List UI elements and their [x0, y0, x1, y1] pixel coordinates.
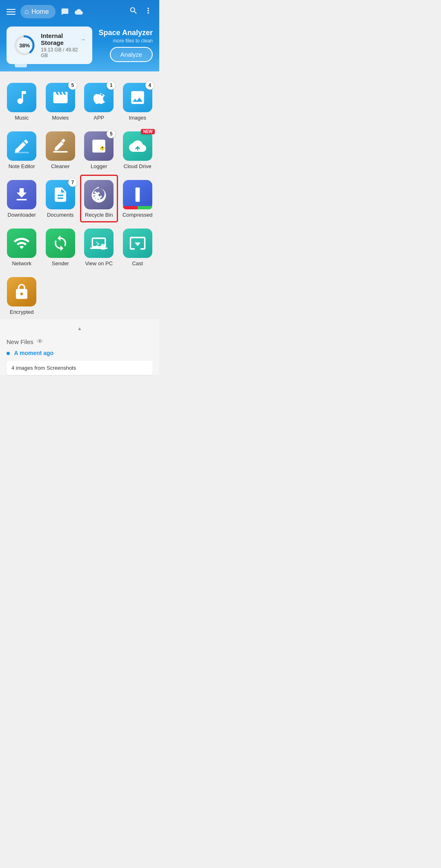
grid-item-images[interactable]: 4Images — [119, 78, 156, 125]
recycle-icon — [90, 186, 107, 203]
note-icon-wrap — [7, 131, 36, 161]
app-grid-container: Music5Movies1APP4ImagesNote EditorCleane… — [0, 71, 159, 319]
recycle-label: Recycle Bin — [85, 212, 113, 218]
compressed-icon — [129, 186, 146, 203]
documents-label: Documents — [47, 212, 74, 218]
encrypted-icon-wrap — [7, 277, 36, 306]
logger-icon-wrap: 5 — [84, 131, 114, 161]
cloud-nav-icon — [74, 8, 84, 16]
svg-rect-2 — [93, 140, 106, 153]
grid-item-note[interactable]: Note Editor — [3, 127, 40, 173]
new-files-header: New Files 👁 — [0, 335, 159, 348]
sender-icon-wrap — [46, 229, 75, 258]
home-label: Home — [31, 8, 49, 16]
analyze-button[interactable]: Analyze — [110, 47, 153, 62]
timeline-dot — [7, 352, 10, 355]
cleaner-label: Cleaner — [51, 163, 70, 169]
more-options-button[interactable] — [144, 6, 153, 18]
grid-item-movies[interactable]: 5Movies — [42, 78, 79, 125]
movies-badge: 5 — [68, 81, 77, 90]
images-icon-wrap: 4 — [123, 83, 152, 112]
analyzer-section: Space Analyzer more files to clean Analy… — [99, 29, 153, 62]
top-bar: ⌂ Home — [0, 0, 159, 22]
viewpc-icon-wrap — [84, 229, 114, 258]
analyzer-subtitle: more files to clean — [113, 38, 153, 44]
timeline-label: A moment ago — [14, 350, 53, 356]
storage-chart: 38% — [13, 34, 36, 57]
viewpc-label: View on PC — [85, 260, 113, 266]
top-right-actions — [129, 6, 153, 18]
compressed-strip — [123, 206, 152, 209]
collapse-arrow[interactable]: ▲ — [0, 322, 159, 335]
grid-item-music[interactable]: Music — [3, 78, 40, 125]
viewpc-icon — [90, 235, 107, 252]
storage-card[interactable]: 38% Internal Storage → 19.13 GB / 49.82 … — [7, 27, 92, 64]
cloud-icon — [129, 138, 146, 155]
nav-icons — [60, 8, 84, 16]
movies-label: Movies — [52, 115, 69, 121]
images-label: Images — [129, 115, 146, 121]
grid-item-cleaner[interactable]: Cleaner — [42, 127, 79, 173]
documents-badge: 7 — [68, 178, 77, 187]
cloud-icon-wrap: NEW — [123, 131, 152, 161]
music-icon-wrap — [7, 83, 36, 112]
app-badge: 1 — [107, 81, 116, 90]
eye-icon[interactable]: 👁 — [37, 338, 43, 345]
documents-icon-wrap: 7 — [46, 180, 75, 209]
images-icon — [129, 89, 146, 106]
network-icon — [13, 235, 30, 252]
downloader-label: Downloader — [8, 212, 36, 218]
bottom-section: ▲ New Files 👁 A moment ago 4 images from… — [0, 319, 159, 375]
file-preview-card[interactable]: 4 images from Screenshots — [7, 361, 153, 375]
search-button[interactable] — [129, 6, 138, 18]
storage-section: 38% Internal Storage → 19.13 GB / 49.82 … — [0, 22, 159, 71]
grid-item-downloader[interactable]: Downloader — [3, 175, 40, 222]
cast-icon — [129, 235, 146, 252]
grid-item-viewpc[interactable]: View on PC — [80, 224, 118, 271]
network-icon-wrap — [7, 229, 36, 258]
cloud-label: Cloud Drive — [124, 163, 151, 169]
logger-badge: 5 — [107, 129, 116, 138]
home-button[interactable]: ⌂ Home — [20, 5, 56, 18]
app-icon-wrap: 1 — [84, 83, 114, 112]
cleaner-icon — [52, 138, 69, 155]
sender-icon — [52, 235, 69, 252]
storage-info: Internal Storage → 19.13 GB / 49.82 GB — [41, 32, 86, 58]
new-files-label: New Files — [7, 338, 33, 345]
grid-item-encrypted[interactable]: Encrypted — [3, 272, 40, 319]
storage-size: 19.13 GB / 49.82 GB — [41, 47, 86, 58]
note-icon — [13, 138, 30, 155]
app-label: APP — [94, 115, 104, 121]
note-label: Note Editor — [9, 163, 35, 169]
music-label: Music — [15, 115, 29, 121]
movies-icon-wrap: 5 — [46, 83, 75, 112]
grid-item-compressed[interactable]: Compressed — [119, 175, 156, 222]
analyzer-title: Space Analyzer — [99, 29, 153, 37]
grid-item-app[interactable]: 1APP — [80, 78, 118, 125]
logger-icon — [90, 138, 107, 155]
header: ⌂ Home — [0, 0, 159, 71]
svg-rect-6 — [101, 244, 106, 250]
grid-item-network[interactable]: Network — [3, 224, 40, 271]
app-icon — [90, 89, 107, 106]
documents-icon — [52, 186, 69, 203]
grid-item-logger[interactable]: 5Logger — [80, 127, 118, 173]
compressed-label: Compressed — [122, 212, 153, 218]
sender-label: Sender — [52, 260, 69, 266]
encrypted-label: Encrypted — [10, 309, 34, 315]
menu-button[interactable] — [7, 9, 16, 15]
movies-icon — [52, 89, 69, 106]
storage-pct: 38% — [19, 42, 30, 49]
grid-item-cloud[interactable]: NEWCloud Drive — [119, 127, 156, 173]
downloader-icon — [13, 186, 30, 203]
music-icon — [13, 89, 30, 106]
encrypted-icon — [13, 283, 30, 300]
grid-item-documents[interactable]: 7Documents — [42, 175, 79, 222]
network-label: Network — [12, 260, 31, 266]
cast-icon-wrap — [123, 229, 152, 258]
grid-item-recycle[interactable]: Recycle Bin — [80, 175, 118, 222]
storage-name: Internal Storage → — [41, 32, 86, 46]
timeline-row: A moment ago — [0, 348, 159, 358]
grid-item-cast[interactable]: Cast — [119, 224, 156, 271]
grid-item-sender[interactable]: Sender — [42, 224, 79, 271]
